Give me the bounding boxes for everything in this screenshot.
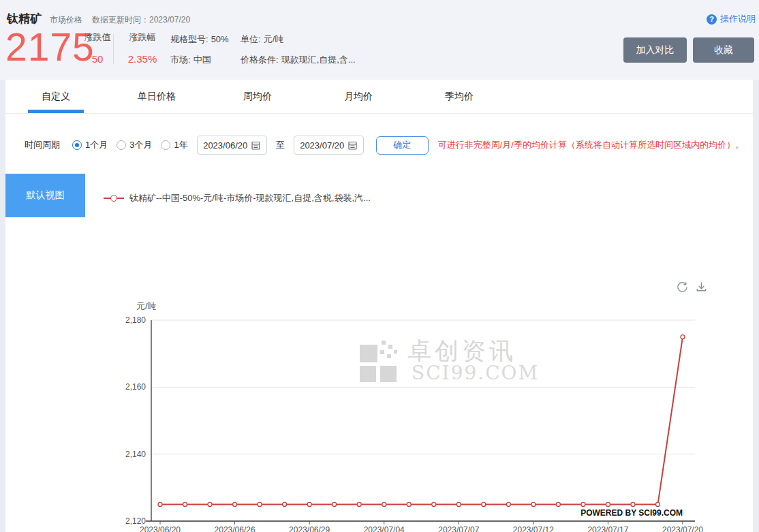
svg-text:元/吨: 元/吨: [136, 301, 157, 311]
spec-unit-value: 元/吨: [264, 34, 284, 44]
spec-column-1: 规格型号:50% 市场:中国: [170, 34, 229, 75]
change-value-block: 涨跌值 50: [79, 31, 116, 65]
svg-text:2023/06/26: 2023/06/26: [215, 525, 255, 532]
radio-selected-icon: [72, 140, 82, 150]
legend-text: 钛精矿--中国-50%-元/吨-市场价-现款现汇,自提,含税,袋装,汽...: [129, 192, 371, 204]
radio-icon: [117, 140, 126, 150]
period-label: 时间周期: [25, 139, 60, 151]
calendar-icon: [348, 141, 357, 150]
update-time: 数据更新时间：2023/07/20: [92, 14, 190, 26]
period-radio-1[interactable]: 3个月: [117, 139, 152, 151]
powered-by: POWERED BY SCI99.COM: [580, 508, 683, 518]
tab-2[interactable]: 周均价: [207, 80, 308, 113]
price-chart: 2,1202,1402,1602,1802023/06/202023/06/26…: [5, 272, 753, 532]
spec-unit-label: 单位:: [241, 34, 261, 44]
period-radio-0[interactable]: 1个月: [72, 139, 108, 151]
change-value: 50: [92, 53, 104, 65]
svg-text:2,120: 2,120: [125, 516, 146, 526]
radio-label: 1个月: [85, 139, 108, 151]
spec-model: 规格型号:50%: [170, 34, 229, 45]
period-radio-2[interactable]: 1年: [161, 139, 187, 151]
spec-terms-value: 现款现汇,自提,含...: [281, 54, 356, 65]
tab-label: 单日价格: [138, 91, 176, 101]
spec-column-2: 单位:元/吨 价格条件:现款现汇,自提,含...: [241, 34, 356, 75]
tab-label: 自定义: [42, 91, 70, 101]
price-header: 钛精矿 市场价格 数据更新时间：2023/07/20 ? 操作说明 2175 涨…: [0, 0, 759, 80]
spec-terms: 价格条件:现款现汇,自提,含...: [241, 54, 356, 65]
date-from-input[interactable]: 2023/06/20: [197, 136, 267, 155]
update-time-value: 2023/07/20: [149, 15, 190, 25]
spec-unit: 单位:元/吨: [241, 34, 356, 45]
active-tab-underline: [28, 110, 84, 113]
legend-line-marker-icon: [104, 198, 124, 199]
spec-market: 市场:中国: [170, 54, 229, 65]
spec-model-label: 规格型号:: [170, 34, 208, 44]
svg-text:2023/07/17: 2023/07/17: [587, 525, 628, 532]
svg-text:2,180: 2,180: [125, 315, 146, 325]
spec-market-label: 市场:: [170, 54, 191, 65]
tabs: 自定义单日价格周均价月均价季均价: [5, 80, 753, 114]
tab-4[interactable]: 季均价: [409, 80, 510, 113]
radio-label: 1年: [174, 139, 187, 151]
change-pct-block: 涨跌幅 2.35%: [123, 31, 162, 65]
radio-icon: [161, 140, 170, 150]
page: 钛精矿 市场价格 数据更新时间：2023/07/20 ? 操作说明 2175 涨…: [0, 0, 759, 532]
change-pct: 2.35%: [128, 53, 157, 65]
tab-label: 月均价: [344, 91, 373, 101]
tab-0[interactable]: 自定义: [5, 80, 106, 113]
product-title: 钛精矿: [7, 11, 42, 27]
date-to-input[interactable]: 2023/07/20: [294, 136, 364, 155]
hint-text: 可进行非完整周/月/季的均价计算（系统将自动计算所选时间区域内的均价）。: [438, 139, 744, 151]
change-pct-label: 涨跌幅: [129, 31, 156, 44]
svg-text:2,160: 2,160: [125, 382, 146, 392]
radio-label: 3个月: [129, 139, 152, 151]
question-circle-icon: ?: [707, 14, 717, 25]
spec-market-value: 中国: [193, 54, 211, 65]
tab-3[interactable]: 月均价: [308, 80, 409, 113]
change-value-label: 涨跌值: [84, 31, 111, 44]
chart-legend: 钛精矿--中国-50%-元/吨-市场价-现款现汇,自提,含税,袋装,汽...: [104, 193, 371, 204]
svg-text:2,140: 2,140: [125, 450, 146, 459]
to-label: 至: [276, 139, 285, 151]
tab-1[interactable]: 单日价格: [106, 80, 207, 113]
default-view-button[interactable]: 默认视图: [5, 174, 85, 217]
tab-label: 季均价: [445, 91, 474, 101]
favorite-button[interactable]: 收藏: [693, 37, 754, 63]
date-to-value: 2023/07/20: [300, 140, 344, 151]
help-label: 操作说明: [720, 13, 756, 25]
svg-text:2023/07/04: 2023/07/04: [364, 525, 405, 532]
svg-text:2023/07/07: 2023/07/07: [438, 525, 479, 532]
divider: [113, 34, 114, 64]
main-panel: 自定义单日价格周均价月均价季均价 时间周期 1个月3个月1年 2023/06/2…: [5, 80, 753, 532]
update-time-label: 数据更新时间：: [92, 15, 149, 25]
period-radios: 1个月3个月1年: [72, 139, 197, 151]
add-to-compare-button[interactable]: 加入对比: [623, 37, 687, 63]
svg-text:2023/06/29: 2023/06/29: [289, 525, 330, 532]
confirm-button[interactable]: 确定: [376, 136, 429, 155]
calendar-icon: [251, 141, 260, 150]
svg-text:2023/07/12: 2023/07/12: [513, 525, 554, 532]
date-from-value: 2023/06/20: [203, 140, 247, 151]
spec-terms-label: 价格条件:: [241, 54, 279, 65]
help-link[interactable]: ? 操作说明: [707, 13, 756, 25]
time-period-controls: 时间周期 1个月3个月1年 2023/06/20 至 2023/07/20 确定…: [25, 136, 744, 155]
market-price-label: 市场价格: [50, 14, 82, 26]
spec-model-value: 50%: [211, 34, 229, 44]
svg-text:2023/07/20: 2023/07/20: [662, 525, 703, 532]
title-row: 钛精矿 市场价格 数据更新时间：2023/07/20: [7, 11, 190, 27]
svg-text:2023/06/20: 2023/06/20: [140, 525, 181, 532]
tab-label: 周均价: [243, 91, 272, 101]
